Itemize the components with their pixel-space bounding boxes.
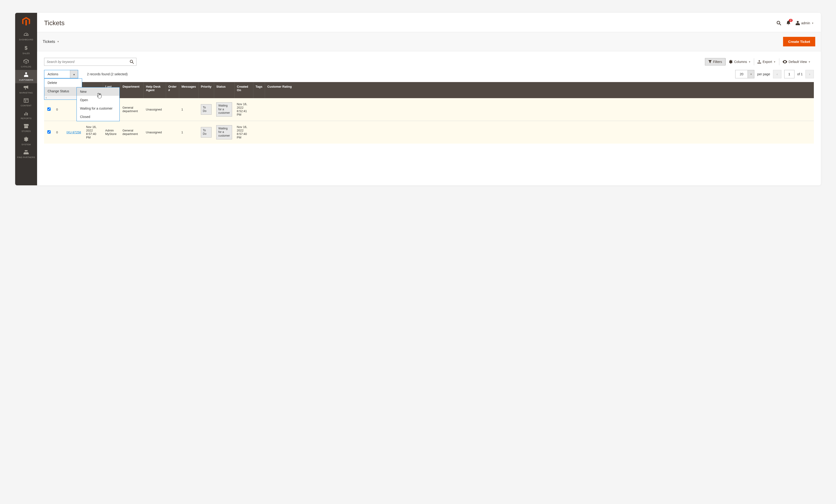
cell-created-on: Nov 16, 2022 8:57:40 PM xyxy=(234,121,253,143)
sidebar-item-sales[interactable]: $ SALES xyxy=(15,43,37,57)
col-priority[interactable]: Priority xyxy=(198,82,214,98)
cell-position: 0 xyxy=(54,98,64,121)
sidebar-item-label: CATALOG xyxy=(21,65,31,68)
partners-icon xyxy=(23,150,29,154)
actions-menu-delete[interactable]: Delete xyxy=(44,79,82,87)
gear-icon xyxy=(729,60,733,64)
sidebar-item-stores[interactable]: STORES xyxy=(15,122,37,135)
actions-select-toggle[interactable]: ▲ xyxy=(70,70,78,78)
submenu-waiting[interactable]: Waiting for a customer xyxy=(77,104,119,113)
menu-item-label: Waiting for a customer xyxy=(80,106,113,110)
menu-item-label: Delete xyxy=(48,81,57,84)
person-icon xyxy=(24,72,28,77)
chevron-down-icon: ▼ xyxy=(808,61,811,63)
filters-button[interactable]: Filters xyxy=(705,58,725,65)
main-content: Tickets 2 admin ▼ Tickets ▼ Create Ticke… xyxy=(37,13,821,185)
table-row[interactable]: 0 IXU-97258 Nov 16, 2022 8:57:40 PM Admi… xyxy=(44,121,814,143)
search-input[interactable] xyxy=(47,60,130,64)
sidebar-item-catalog[interactable]: CATALOG xyxy=(15,57,37,70)
row-checkbox[interactable] xyxy=(48,130,51,134)
search-keyword-wrap xyxy=(44,58,136,66)
sidebar-item-label: CONTENT xyxy=(21,104,32,107)
page-size-select[interactable]: 20 ▼ xyxy=(735,70,754,78)
chevron-left-icon: ‹ xyxy=(777,72,778,76)
cell-department: General department xyxy=(120,98,144,121)
app-shell: DASHBOARD $ SALES CATALOG CUSTOMERS MARK… xyxy=(15,13,821,185)
table-row[interactable]: 0 Admin MyStore General department Unass… xyxy=(44,98,814,121)
col-rating[interactable]: Customer Rating xyxy=(265,82,814,98)
grid-tools: Filters Columns ▼ Export ▼ Default View … xyxy=(705,58,814,65)
search-icon[interactable] xyxy=(130,60,134,64)
col-status[interactable]: Status xyxy=(214,82,234,98)
sidebar-item-label: SALES xyxy=(22,52,30,55)
search-icon[interactable] xyxy=(777,21,781,25)
magento-logo-icon xyxy=(22,17,30,26)
sidebar-item-system[interactable]: SYSTEM xyxy=(15,135,37,148)
sidebar-item-reports[interactable]: REPORTS xyxy=(15,109,37,122)
sidebar-item-content[interactable]: CONTENT xyxy=(15,96,37,109)
dollar-icon: $ xyxy=(24,45,28,50)
cell-agent: Unassigned xyxy=(144,121,166,143)
top-actions: 2 admin ▼ xyxy=(777,20,814,26)
svg-line-4 xyxy=(132,62,134,64)
pagination: 20 ▼ per page ‹ of 1 › xyxy=(735,70,814,78)
svg-text:$: $ xyxy=(24,45,27,50)
col-tags[interactable]: Tags xyxy=(253,82,265,98)
chevron-down-icon: ▼ xyxy=(774,61,776,63)
scope-selector[interactable]: Tickets ▼ xyxy=(43,39,59,44)
menu-item-label: Open xyxy=(80,98,88,102)
user-menu[interactable]: admin ▼ xyxy=(796,21,814,25)
status-badge: Waiting for a customer xyxy=(216,125,232,139)
chevron-down-icon: ▼ xyxy=(812,22,814,24)
sidebar-item-label: MARKETING xyxy=(19,92,33,94)
col-messages[interactable]: Messages xyxy=(179,82,198,98)
export-button[interactable]: Export ▼ xyxy=(754,58,779,65)
cell-order xyxy=(166,121,179,143)
sidebar-item-partners[interactable]: FIND PARTNERS xyxy=(15,148,37,161)
submenu-closed[interactable]: Closed xyxy=(77,113,119,121)
cell-position: 0 xyxy=(54,121,64,143)
sidebar-item-label: SYSTEM xyxy=(21,143,31,146)
page-size-toggle[interactable]: ▼ xyxy=(747,70,754,78)
columns-button[interactable]: Columns ▼ xyxy=(725,58,754,65)
col-created-on[interactable]: Created On xyxy=(234,82,253,98)
create-ticket-button[interactable]: Create Ticket xyxy=(783,37,815,46)
gear-icon xyxy=(24,137,28,141)
grid-filter-toolbar: Filters Columns ▼ Export ▼ Default View … xyxy=(44,51,814,70)
layout-icon xyxy=(24,98,28,102)
default-view-label: Default View xyxy=(788,60,807,64)
cell-tags xyxy=(253,121,265,143)
bar-chart-icon xyxy=(24,111,28,115)
col-agent[interactable]: Help Desk Agent xyxy=(144,82,166,98)
cell-agent: Unassigned xyxy=(144,98,166,121)
col-department[interactable]: Department xyxy=(120,82,144,98)
gauge-icon xyxy=(23,33,29,37)
scope-label: Tickets xyxy=(43,39,55,44)
cell-messages: 1 xyxy=(179,98,198,121)
cell-last-replied-by: Admin MyStore xyxy=(103,121,120,143)
store-icon xyxy=(23,124,29,128)
actions-menu-change-status[interactable]: Change Status ▸ xyxy=(44,87,82,95)
grid-actions-toolbar: Actions ▲ 2 records found (2 selected) D… xyxy=(44,70,814,82)
actions-select[interactable]: Actions ▲ xyxy=(44,70,78,78)
chevron-right-icon: › xyxy=(809,72,810,76)
page-of-label: of 1 xyxy=(797,72,803,76)
sidebar-item-dashboard[interactable]: DASHBOARD xyxy=(15,30,37,43)
funnel-icon xyxy=(708,60,712,63)
actions-menu-scroll-left[interactable]: ‹ xyxy=(44,95,82,99)
chevron-left-icon: ‹ xyxy=(46,96,47,99)
user-icon xyxy=(796,21,800,25)
box-icon xyxy=(23,59,29,64)
status-badge: Waiting for a customer xyxy=(216,102,232,117)
cell-rating xyxy=(265,121,814,143)
sidebar-item-marketing[interactable]: MARKETING xyxy=(15,83,37,96)
sidebar-item-customers[interactable]: CUSTOMERS xyxy=(15,70,37,83)
row-checkbox[interactable] xyxy=(48,108,51,111)
notifications-button[interactable]: 2 xyxy=(786,20,791,26)
next-page-button[interactable]: › xyxy=(805,70,814,78)
ticket-code-link[interactable]: IXU-97258 xyxy=(66,131,81,134)
current-page-input[interactable] xyxy=(784,70,795,78)
col-order[interactable]: Order # xyxy=(166,82,179,98)
prev-page-button[interactable]: ‹ xyxy=(773,70,781,78)
default-view-button[interactable]: Default View ▼ xyxy=(779,58,814,65)
